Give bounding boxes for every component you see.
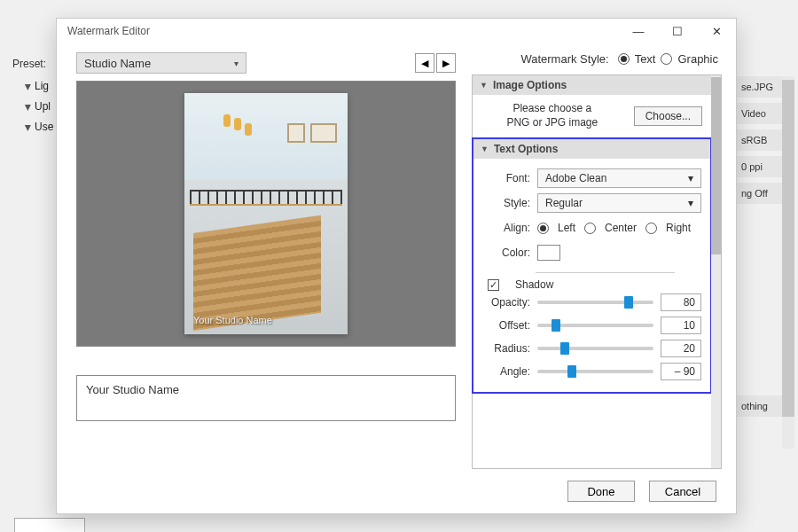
offset-label: Offset:	[482, 319, 530, 332]
radius-value[interactable]: 20	[661, 340, 701, 357]
watermark-style-row: Watermark Style: Text Graphic	[472, 52, 722, 66]
triangle-down-icon: ▼	[481, 145, 489, 153]
style-label: Style:	[482, 197, 530, 209]
titlebar: Watermark Editor — ☐ ✕	[57, 19, 736, 43]
align-label: Align:	[482, 222, 530, 234]
bg-tree: ▶Lig ▶Upl ▶Use	[25, 76, 53, 137]
style-graphic-label: Graphic	[677, 52, 718, 66]
window-title: Watermark Editor	[67, 25, 150, 37]
triangle-left-icon: ◀	[421, 58, 428, 69]
modal-footer: Done Cancel	[57, 469, 736, 513]
angle-value[interactable]: – 90	[661, 363, 701, 380]
text-options-highlight: ▼ Text Options Font: Adobe Clean ▾ St	[472, 137, 712, 394]
preview-image: Your Studio Name	[184, 93, 348, 334]
font-select[interactable]: Adobe Clean ▾	[537, 168, 701, 188]
triangle-icon: ▶	[19, 105, 38, 111]
bg-pill: Video	[736, 103, 787, 124]
triangle-down-icon: ▼	[480, 81, 488, 90]
panel-scroll-thumb[interactable]	[711, 77, 721, 254]
text-options-header[interactable]: ▼ Text Options	[473, 139, 710, 159]
bg-pill: sRGB	[736, 129, 787, 151]
image-options-title: Image Options	[493, 79, 567, 91]
chevron-down-icon: ▾	[688, 197, 693, 209]
prev-button[interactable]: ◀	[415, 53, 434, 73]
slider-thumb[interactable]	[624, 296, 633, 309]
divider	[536, 272, 675, 273]
align-center-radio[interactable]	[584, 223, 596, 234]
text-options-title: Text Options	[494, 143, 558, 155]
choose-image-button[interactable]: Choose...	[634, 106, 702, 126]
preset-value: Studio Name	[84, 57, 151, 70]
triangle-right-icon: ▶	[442, 58, 450, 69]
opacity-label: Opacity:	[482, 296, 530, 309]
cancel-button[interactable]: Cancel	[649, 481, 716, 502]
radius-slider[interactable]	[537, 347, 653, 350]
align-left-radio[interactable]	[537, 223, 549, 234]
bg-tree-item[interactable]: ▶Use	[25, 117, 53, 137]
bg-scroll-thumb[interactable]	[782, 80, 794, 417]
slider-thumb[interactable]	[552, 319, 560, 332]
options-panel: ▼ Image Options Please choose a PNG or J…	[472, 74, 722, 469]
opacity-value[interactable]: 80	[661, 293, 701, 311]
bg-tree-item[interactable]: ▶Lig	[25, 76, 53, 97]
angle-slider[interactable]	[537, 370, 653, 373]
watermark-overlay: Your Studio Name	[193, 315, 272, 325]
offset-slider[interactable]	[537, 324, 653, 327]
chevron-down-icon: ▾	[688, 172, 693, 184]
bg-pill: 0 ppi	[736, 156, 787, 177]
close-button[interactable]: ✕	[697, 19, 736, 43]
slider-thumb[interactable]	[560, 342, 569, 355]
bg-scrollbar[interactable]	[782, 76, 794, 449]
style-text-radio[interactable]	[618, 53, 630, 65]
slider-thumb[interactable]	[567, 365, 576, 378]
font-value: Adobe Clean	[545, 172, 606, 184]
image-choose-message: Please choose a PNG or JPG image	[481, 102, 623, 129]
preset-dropdown[interactable]: Studio Name ▾	[76, 52, 246, 74]
triangle-icon: ▶	[19, 125, 38, 131]
bg-preset-label: Preset:	[12, 58, 46, 70]
bg-bottom-button[interactable]	[14, 518, 85, 532]
color-label: Color:	[482, 246, 530, 259]
font-label: Font:	[482, 172, 530, 184]
style-graphic-radio[interactable]	[661, 53, 672, 65]
bg-tree-item[interactable]: ▶Upl	[25, 97, 53, 117]
triangle-icon: ▶	[19, 84, 38, 90]
bg-pill: othing	[736, 395, 787, 417]
align-right-radio[interactable]	[645, 223, 657, 234]
offset-value[interactable]: 10	[661, 317, 701, 334]
bg-pill: ng Off	[736, 183, 787, 204]
opacity-slider[interactable]	[537, 301, 653, 304]
bg-right-strip: se.JPG Video sRGB 0 ppi ng Off othing	[736, 76, 787, 422]
style-text-label: Text	[635, 52, 656, 66]
bg-pill: se.JPG	[736, 76, 787, 98]
next-button[interactable]: ▶	[436, 53, 456, 73]
image-options-header[interactable]: ▼ Image Options	[473, 75, 711, 95]
done-button[interactable]: Done	[567, 481, 635, 502]
style-select[interactable]: Regular ▾	[537, 193, 701, 213]
watermark-editor-modal: Watermark Editor — ☐ ✕ Studio Name ▾ ◀ ▶	[56, 18, 737, 514]
shadow-label: Shadow	[515, 278, 553, 291]
watermark-text-input[interactable]: Your Studio Name	[76, 375, 456, 421]
window-controls: — ☐ ✕	[619, 19, 736, 43]
radius-label: Radius:	[482, 342, 530, 355]
preview-box: Your Studio Name	[76, 81, 456, 347]
watermark-style-label: Watermark Style:	[520, 52, 608, 66]
angle-label: Angle:	[482, 365, 530, 378]
maximize-button[interactable]: ☐	[658, 19, 697, 43]
minimize-button[interactable]: —	[619, 19, 658, 43]
chevron-down-icon: ▾	[234, 59, 239, 68]
shadow-checkbox[interactable]	[488, 279, 499, 291]
style-value: Regular	[545, 197, 583, 209]
panel-scrollbar[interactable]	[711, 75, 721, 468]
color-swatch[interactable]	[537, 245, 560, 261]
